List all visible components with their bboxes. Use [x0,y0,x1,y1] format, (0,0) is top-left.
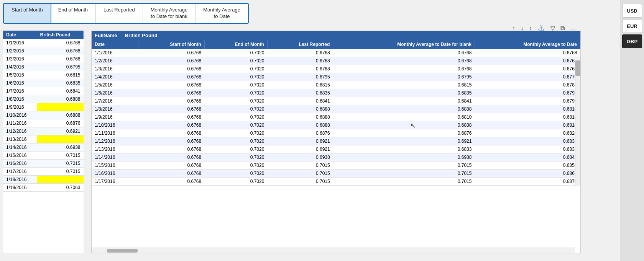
left-cell-value: 0.6815 [37,71,83,79]
main-table: DateStart of MonthEnd of MonthLast Repor… [92,40,580,186]
main-cell-2: 0.7020 [204,161,267,170]
main-cell-3: 0.6835 [267,89,333,97]
left-table-row: 1/14/20160.6938 [3,144,84,152]
tab-monthly-avg[interactable]: Monthly Average to Date [196,4,248,23]
left-table-row: 1/10/20160.6888 [3,111,84,119]
scrollbar-thumb-bottom[interactable] [107,249,138,253]
main-cell-5: 0.6833 [475,137,580,145]
left-cell-date: 1/5/2016 [3,71,37,79]
main-cell-2: 0.7020 [204,105,267,113]
tab-monthly-avg-blank[interactable]: Monthly Average to Date for blank [143,4,196,23]
left-cell-date: 1/6/2016 [3,79,37,87]
main-cell-5: 0.6792 [475,89,580,97]
main-col-1: Start of Month [138,40,204,49]
scrollbar-thumb-right[interactable] [575,60,580,76]
left-cell-value: 0.6876 [37,119,83,127]
main-cell-0: 1/10/2016 [92,121,138,129]
main-cell-2: 0.7020 [204,57,267,65]
main-cell-5: 0.6768 [475,65,580,73]
left-cell-date: 1/13/2016 [3,135,37,144]
main-cell-1: 0.6768 [138,137,204,145]
main-cell-0: 1/2/2016 [92,57,138,65]
tab-start-of-month[interactable]: Start of Month [3,3,51,24]
left-cell-date: 1/9/2016 [3,103,37,111]
left-cell-value [37,176,83,184]
left-table-row: 1/18/2016 [3,176,84,184]
main-cell-5: 0.6818 [475,121,580,129]
main-cell-3: 0.6768 [267,65,333,73]
left-table-row: 1/6/20160.6835 [3,79,84,87]
main-cell-1: 0.6768 [138,170,204,178]
main-cell-0: 1/14/2016 [92,153,138,161]
main-cell-3: 0.6938 [267,153,333,161]
main-cell-5: 0.6876 [475,178,580,186]
main-cell-5: 0.6775 [475,73,580,81]
currency-btn-eur[interactable]: EUR [622,19,642,33]
main-cell-1: 0.6768 [138,73,204,81]
main-cell-0: 1/15/2016 [92,161,138,170]
left-table-row: 1/17/20160.7015 [3,168,84,176]
main-cell-2: 0.7020 [204,145,267,153]
main-cell-3: 0.6921 [267,137,333,145]
tab-end-of-month[interactable]: End of Month [51,4,96,23]
left-table-row: 1/12/20160.6921 [3,127,84,135]
main-col-2: End of Month [204,40,267,49]
main-cell-1: 0.6768 [138,105,204,113]
main-cell-3: 0.6888 [267,121,333,129]
main-cell-3: 0.6768 [267,57,333,65]
left-cell-date: 1/10/2016 [3,111,37,119]
main-cell-5: 0.6824 [475,129,580,137]
main-cell-1: 0.6768 [138,161,204,170]
main-cell-0: 1/4/2016 [92,73,138,81]
left-cell-value: 0.6841 [37,87,83,95]
left-table-row: 1/9/2016 [3,103,84,111]
tab-bar: Start of MonthEnd of MonthLast ReportedM… [3,3,249,24]
left-cell-date: 1/12/2016 [3,127,37,135]
main-cell-5: 0.6833 [475,145,580,153]
main-cell-1: 0.6768 [138,57,204,65]
main-cell-2: 0.7020 [204,49,267,57]
tab-last-reported[interactable]: Last Reported [96,4,143,23]
main-cell-1: 0.6768 [138,145,204,153]
left-cell-date: 1/3/2016 [3,55,37,63]
main-cell-1: 0.6768 [138,97,204,105]
main-cell-1: 0.6768 [138,81,204,89]
left-table-row: 1/3/20160.6768 [3,55,84,63]
main-cell-1: 0.6768 [138,65,204,73]
main-cell-5: 0.6799 [475,97,580,105]
main-cell-4: 0.6888 [333,121,475,129]
main-col-4: Monthly Average to Date for blank [333,40,475,49]
left-cell-date: 1/19/2016 [3,184,37,192]
left-table-row: 1/5/20160.6815 [3,71,84,79]
main-cell-3: 0.6888 [267,113,333,121]
main-cell-0: 1/6/2016 [92,89,138,97]
left-cell-date: 1/18/2016 [3,176,37,184]
main-cell-1: 0.6768 [138,153,204,161]
main-cell-4: 0.6768 [333,65,475,73]
main-table-row: 1/16/20160.67680.70200.70150.70150.6867 [92,170,580,178]
main-cell-5: 0.6867 [475,170,580,178]
main-table-row: 1/7/20160.67680.70200.68410.68410.6799 [92,97,580,105]
main-cell-3: 0.6768 [267,49,333,57]
main-cell-4: 0.6888 [333,105,475,113]
left-table-row: 1/19/20160.7063 [3,184,84,192]
scrollbar-bottom[interactable] [92,248,575,253]
scrollbar-right[interactable] [575,59,580,186]
main-cell-0: 1/9/2016 [92,113,138,121]
left-cell-value [37,103,83,111]
left-cell-value [37,135,83,144]
main-cell-5: 0.6842 [475,153,580,161]
fullname-value: British Pound [125,33,158,38]
main-table-row: 1/14/20160.67680.70200.69380.69380.6842 [92,153,580,161]
left-table-row: 1/16/20160.7015 [3,160,84,168]
currency-btn-usd[interactable]: USD [622,4,642,18]
main-table-row: 1/5/20160.67680.70200.68150.68150.6783 [92,81,580,89]
left-table-row: 1/11/20160.6876 [3,119,84,127]
main-table-row: 1/6/20160.67680.70200.68350.68350.6792 [92,89,580,97]
main-cell-3: 0.7015 [267,161,333,170]
left-table-row: 1/7/20160.6841 [3,87,84,95]
main-cell-4: 0.6921 [333,137,475,145]
left-table: Date British Pound 1/1/20160.67681/2/201… [3,31,84,192]
currency-btn-gbp[interactable]: GBP [622,34,642,48]
main-cell-4: 0.6795 [333,73,475,81]
